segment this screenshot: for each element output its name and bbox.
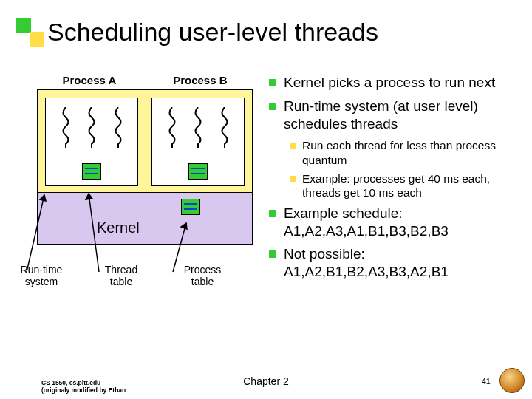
label-process-b: Process B [173, 74, 227, 86]
bullet-2a-text: Run each thread for less than process qu… [302, 138, 517, 167]
bullet-marker [269, 103, 276, 110]
diagram-area: Process A Process B Kernel [34, 74, 256, 287]
svg-marker-4 [40, 195, 46, 201]
bullet-3-text: Example schedule: A1,A2,A3,A1,B1,B3,B2,B… [284, 205, 517, 240]
footer-left-line2: (originaly modified by Ethan [41, 387, 126, 395]
bullet-2a: Run each thread for less than process qu… [290, 138, 517, 167]
svg-marker-5 [86, 194, 92, 200]
bullet-2: Run-time system (at user level) schedule… [269, 98, 517, 133]
footer-left: CS 1550, cs.pitt.edu (originaly modified… [41, 380, 126, 395]
bullet-4: Not possible: A1,A2,B1,B2,A3,B3,A2,B1 [269, 245, 517, 281]
seal-icon [499, 368, 525, 393]
bullet-marker [269, 210, 276, 217]
bullet-1-text: Kernel picks a process to run next [284, 74, 495, 92]
bullet-1: Kernel picks a process to run next [269, 74, 517, 92]
bullet-2b-text: Example: processes get 40 ms each, threa… [302, 171, 517, 200]
user-space-box [37, 89, 253, 193]
process-b-box [151, 98, 245, 186]
label-pointer-lines [12, 192, 278, 281]
process-a-box [45, 98, 138, 186]
sub-bullets: Run each thread for less than process qu… [290, 138, 517, 200]
bullet-marker [269, 250, 276, 258]
svg-marker-6 [181, 223, 187, 229]
footer-page-number: 41 [482, 377, 491, 386]
title-decoration [16, 18, 44, 47]
slide-title-row: Scheduling user-level threads [16, 18, 378, 47]
bullet-4-text: Not possible: A1,A2,B1,B2,A3,B3,A2,B1 [284, 245, 517, 281]
label-process-a: Process A [62, 74, 116, 86]
sub-bullet-marker [290, 176, 296, 182]
bullet-2b: Example: processes get 40 ms each, threa… [290, 171, 517, 200]
bullet-marker [269, 79, 276, 86]
thread-table-a [82, 163, 101, 180]
bullet-2-text: Run-time system (at user level) schedule… [284, 98, 517, 133]
slide-title: Scheduling user-level threads [47, 18, 378, 47]
thread-table-b [188, 163, 208, 180]
sub-bullet-marker [290, 143, 296, 149]
threads-a [46, 107, 137, 148]
bullet-3: Example schedule: A1,A2,A3,A1,B1,B3,B2,B… [269, 205, 517, 240]
bullet-list: Kernel picks a process to run next Run-t… [269, 74, 517, 287]
footer-chapter: Chapter 2 [243, 375, 288, 387]
threads-b [152, 107, 244, 148]
